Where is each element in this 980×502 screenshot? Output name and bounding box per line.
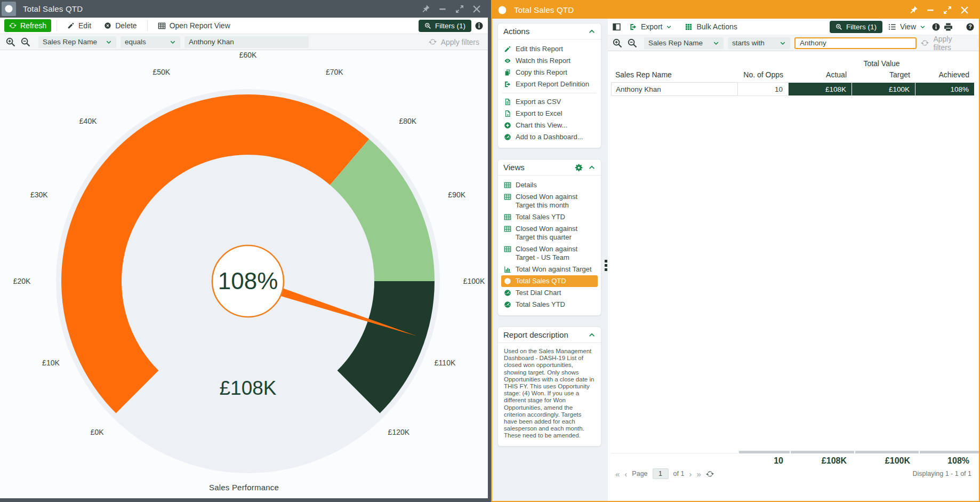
report-description-panel: Report description Used on the Sales Man… — [497, 326, 601, 447]
delete-icon — [104, 22, 111, 29]
action-item-export-report-definition[interactable]: Export Report Definition — [501, 78, 598, 90]
screen: Total Sales QTD Refresh Edit Delete — [0, 0, 980, 502]
views-panel-header[interactable]: Views — [498, 160, 601, 176]
filter-value-input[interactable] — [794, 37, 917, 49]
close-icon[interactable] — [960, 5, 969, 15]
filters-button[interactable]: Filters (1) — [830, 21, 882, 33]
apply-filters-button[interactable]: Apply filters — [429, 38, 483, 46]
close-icon[interactable] — [472, 4, 481, 14]
action-item-label: Edit this Report — [516, 45, 563, 53]
view-item-closed-won-against-target-us-team[interactable]: Closed Won against Target - US Team — [501, 243, 598, 264]
report-sidebar: Actions Edit this ReportWatch this Repor… — [492, 19, 608, 501]
minimize-icon[interactable] — [438, 4, 447, 14]
action-item-watch-this-report[interactable]: Watch this Report — [501, 55, 598, 67]
action-item-export-as-csv[interactable]: Export as CSV — [501, 96, 598, 108]
table-icon — [504, 213, 511, 221]
view-item-total-sales-ytd[interactable]: Total Sales YTD — [501, 211, 598, 223]
info-icon[interactable] — [931, 22, 941, 31]
action-item-edit-this-report[interactable]: Edit this Report — [501, 43, 598, 55]
cell-actual[interactable]: £108K — [789, 82, 852, 96]
splitter-handle-icon[interactable] — [605, 260, 607, 271]
next-page-button[interactable]: › — [689, 469, 692, 479]
column-header-target[interactable]: Target — [852, 69, 915, 82]
sidebar-toggle-icon[interactable] — [612, 22, 621, 31]
chevron-down-icon — [780, 40, 786, 46]
right-window-title: Total Sales QTD — [514, 5, 574, 14]
copy-icon — [504, 69, 511, 76]
filter-field-dropdown[interactable]: Sales Rep Name — [38, 36, 116, 48]
view-item-total-sales-qtd[interactable]: Total Sales QTD — [501, 275, 598, 287]
view-item-label: Total Sales YTD — [516, 213, 565, 221]
actions-panel-header[interactable]: Actions — [498, 23, 601, 39]
view-button[interactable]: View — [886, 20, 928, 33]
refresh-button[interactable]: Refresh — [4, 19, 51, 32]
export-button[interactable]: Export — [624, 20, 677, 33]
list-icon — [888, 23, 896, 31]
view-item-total-sales-ytd[interactable]: Total Sales YTD — [501, 299, 598, 310]
minimize-icon[interactable] — [926, 5, 935, 15]
report-description-header[interactable]: Report description — [498, 327, 601, 343]
gear-icon[interactable] — [574, 163, 583, 172]
action-item-export-to-excel[interactable]: xExport to Excel — [501, 108, 598, 119]
apply-filters-button[interactable]: Apply filters — [921, 35, 975, 52]
cell-target[interactable]: £100K — [852, 82, 915, 96]
zoom-out-icon[interactable] — [627, 38, 638, 49]
zoom-in-icon[interactable] — [5, 37, 16, 47]
maximize-icon[interactable] — [455, 4, 464, 14]
cell-no-of-opps[interactable]: 10 — [738, 82, 789, 96]
bar-chart-icon — [504, 266, 511, 273]
maximize-icon[interactable] — [943, 5, 952, 15]
zoom-in-icon[interactable] — [612, 38, 623, 49]
action-item-chart-this-view[interactable]: Chart this View... — [501, 119, 598, 131]
open-report-view-button[interactable]: Open Report View — [153, 19, 235, 32]
chevron-up-icon[interactable] — [588, 28, 596, 35]
bulk-actions-button[interactable]: Bulk Actions — [680, 20, 742, 33]
filters-button[interactable]: Filters (1) — [419, 20, 471, 32]
filter-value-input[interactable] — [184, 36, 309, 48]
chevron-up-icon[interactable] — [588, 331, 596, 339]
table-row[interactable]: Anthony Khan 10 £108K £100K 108% — [611, 82, 975, 96]
action-item-label: Export as CSV — [516, 98, 561, 106]
zoom-out-icon[interactable] — [20, 37, 31, 47]
results-table: Total Value Sales Rep Name No. of Opps A… — [611, 57, 975, 96]
view-item-details[interactable]: Details — [501, 179, 598, 191]
column-header-actual[interactable]: Actual — [789, 69, 852, 82]
page-of-label: of 1 — [673, 470, 685, 477]
info-icon[interactable] — [475, 21, 484, 30]
cell-achieved[interactable]: 108% — [915, 82, 975, 96]
view-item-closed-won-against-target-this-month[interactable]: Closed Won against Target this month — [501, 191, 598, 211]
view-item-test-dial-chart[interactable]: Test Dial Chart — [501, 287, 598, 299]
prev-page-button[interactable]: ‹ — [624, 469, 627, 479]
filter-operator-dropdown[interactable]: equals — [121, 36, 180, 48]
chevron-up-icon[interactable] — [588, 164, 596, 171]
refresh-icon[interactable] — [706, 470, 714, 478]
filter-field-dropdown[interactable]: Sales Rep Name — [644, 37, 724, 49]
page-label: Page — [632, 470, 647, 477]
edit-button[interactable]: Edit — [62, 19, 96, 32]
pin-icon[interactable] — [909, 5, 918, 15]
delete-button[interactable]: Delete — [99, 19, 141, 32]
last-page-button[interactable]: » — [696, 469, 701, 479]
page-number-input[interactable] — [653, 468, 669, 479]
column-header-achieved[interactable]: Achieved — [915, 69, 975, 82]
view-item-label: Total Sales QTD — [516, 277, 566, 285]
view-item-total-won-against-target[interactable]: Total Won against Target — [501, 264, 598, 275]
chevron-down-icon — [713, 40, 719, 46]
filter-operator-dropdown[interactable]: starts with — [728, 37, 790, 49]
column-header-sales-rep-name[interactable]: Sales Rep Name — [611, 69, 738, 82]
svg-text:£100K: £100K — [463, 277, 485, 285]
action-item-add-to-a-dashboard[interactable]: Add to a Dashboard... — [501, 131, 598, 143]
view-item-label: Closed Won against Target this month — [516, 193, 595, 210]
cell-sales-rep-name[interactable]: Anthony Khan — [611, 82, 738, 96]
first-page-button[interactable]: « — [615, 469, 620, 479]
svg-text:£110K: £110K — [435, 358, 456, 367]
action-item-copy-this-report[interactable]: Copy this Report — [501, 67, 598, 78]
view-item-closed-won-against-target-this-quarter[interactable]: Closed Won against Target this quarter — [501, 223, 598, 243]
svg-text:£108K: £108K — [220, 377, 277, 399]
pin-icon[interactable] — [421, 4, 430, 14]
print-icon[interactable] — [944, 22, 953, 31]
column-header-no-of-opps[interactable]: No. of Opps — [738, 69, 789, 82]
svg-text:£120K: £120K — [388, 428, 410, 436]
chevron-down-icon — [666, 24, 672, 30]
help-icon[interactable]: ? — [966, 22, 975, 31]
